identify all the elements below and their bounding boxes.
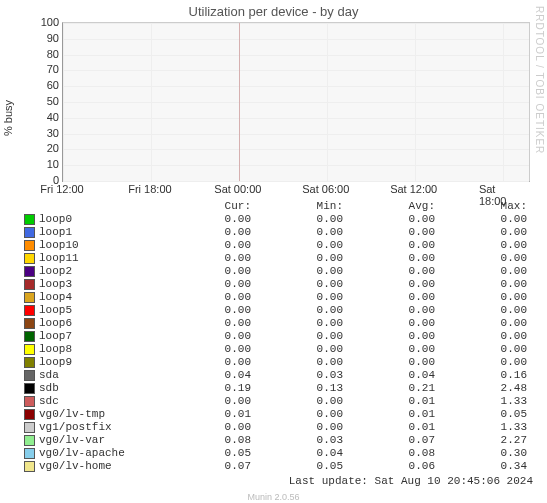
legend-max: 0.00 xyxy=(435,343,527,356)
legend-swatch-icon xyxy=(24,240,35,251)
y-tick: 30 xyxy=(19,127,59,139)
legend-max: 0.00 xyxy=(435,239,527,252)
x-tick: Fri 18:00 xyxy=(128,183,171,195)
legend-swatch-icon xyxy=(24,396,35,407)
legend-name: vg0/lv-tmp xyxy=(39,408,159,421)
legend-avg: 0.00 xyxy=(343,278,435,291)
legend-row: loop40.000.000.000.00 xyxy=(24,291,533,304)
legend-cur: 0.00 xyxy=(159,395,251,408)
legend-name: sda xyxy=(39,369,159,382)
legend-cur: 0.00 xyxy=(159,330,251,343)
legend-row: loop70.000.000.000.00 xyxy=(24,330,533,343)
y-tick: 100 xyxy=(19,16,59,28)
legend-row: vg0/lv-home0.070.050.060.34 xyxy=(24,460,533,473)
legend-avg: 0.01 xyxy=(343,421,435,434)
legend-name: loop3 xyxy=(39,278,159,291)
legend-avg: 0.00 xyxy=(343,291,435,304)
legend-swatch-icon xyxy=(24,318,35,329)
legend-swatch-icon xyxy=(24,292,35,303)
legend-min: 0.04 xyxy=(251,447,343,460)
legend-name: loop0 xyxy=(39,213,159,226)
legend-swatch-icon xyxy=(24,422,35,433)
legend-max: 0.00 xyxy=(435,330,527,343)
x-tick: Fri 12:00 xyxy=(40,183,83,195)
legend-name: loop7 xyxy=(39,330,159,343)
legend-max: 0.00 xyxy=(435,265,527,278)
legend-min: 0.00 xyxy=(251,395,343,408)
legend-row: vg0/lv-tmp0.010.000.010.05 xyxy=(24,408,533,421)
legend-avg: 0.08 xyxy=(343,447,435,460)
legend-max: 0.16 xyxy=(435,369,527,382)
y-tick: 40 xyxy=(19,111,59,123)
legend-cur: 0.00 xyxy=(159,304,251,317)
legend-max: 0.00 xyxy=(435,226,527,239)
y-tick: 60 xyxy=(19,79,59,91)
legend-row: loop80.000.000.000.00 xyxy=(24,343,533,356)
legend-cur: 0.00 xyxy=(159,278,251,291)
legend-avg: 0.00 xyxy=(343,343,435,356)
legend-max: 0.00 xyxy=(435,304,527,317)
legend-max: 1.33 xyxy=(435,395,527,408)
legend-avg: 0.00 xyxy=(343,252,435,265)
legend-avg: 0.01 xyxy=(343,408,435,421)
legend-avg: 0.06 xyxy=(343,460,435,473)
legend-avg: 0.01 xyxy=(343,395,435,408)
legend-max: 0.05 xyxy=(435,408,527,421)
legend-cur: 0.00 xyxy=(159,226,251,239)
plot-area xyxy=(62,22,530,182)
legend-name: loop11 xyxy=(39,252,159,265)
legend-min: 0.00 xyxy=(251,421,343,434)
legend-cur: 0.00 xyxy=(159,421,251,434)
legend-swatch-icon xyxy=(24,461,35,472)
legend-avg: 0.00 xyxy=(343,213,435,226)
legend-min: 0.00 xyxy=(251,317,343,330)
legend-row: loop00.000.000.000.00 xyxy=(24,213,533,226)
legend-name: vg0/lv-home xyxy=(39,460,159,473)
legend-cur: 0.07 xyxy=(159,460,251,473)
legend-name: vg0/lv-var xyxy=(39,434,159,447)
legend-row: loop100.000.000.000.00 xyxy=(24,239,533,252)
legend-name: loop6 xyxy=(39,317,159,330)
legend: Cur: Min: Avg: Max: loop00.000.000.000.0… xyxy=(24,200,533,473)
legend-cur: 0.01 xyxy=(159,408,251,421)
legend-min: 0.00 xyxy=(251,252,343,265)
legend-max: 0.00 xyxy=(435,213,527,226)
legend-name: vg1/postfix xyxy=(39,421,159,434)
chart-title: Utilization per device - by day xyxy=(0,0,547,19)
legend-min: 0.00 xyxy=(251,304,343,317)
legend-cur: 0.00 xyxy=(159,291,251,304)
legend-min: 0.03 xyxy=(251,369,343,382)
legend-max: 2.27 xyxy=(435,434,527,447)
legend-name: sdc xyxy=(39,395,159,408)
legend-max: 2.48 xyxy=(435,382,527,395)
legend-swatch-icon xyxy=(24,344,35,355)
legend-swatch-icon xyxy=(24,331,35,342)
legend-name: loop5 xyxy=(39,304,159,317)
legend-name: sdb xyxy=(39,382,159,395)
legend-cur: 0.00 xyxy=(159,317,251,330)
legend-header: Cur: Min: Avg: Max: xyxy=(24,200,533,213)
legend-row: loop110.000.000.000.00 xyxy=(24,252,533,265)
legend-max: 0.00 xyxy=(435,317,527,330)
rrdtool-watermark: RRDTOOL / TOBI OETIKER xyxy=(534,6,545,154)
legend-name: loop10 xyxy=(39,239,159,252)
legend-cur: 0.00 xyxy=(159,343,251,356)
y-tick: 20 xyxy=(19,142,59,154)
legend-avg: 0.00 xyxy=(343,265,435,278)
x-tick: Sat 06:00 xyxy=(302,183,349,195)
legend-swatch-icon xyxy=(24,370,35,381)
legend-max: 0.00 xyxy=(435,278,527,291)
legend-max: 0.30 xyxy=(435,447,527,460)
legend-min: 0.00 xyxy=(251,265,343,278)
legend-row: sdc0.000.000.011.33 xyxy=(24,395,533,408)
munin-brand: Munin 2.0.56 xyxy=(0,492,547,502)
legend-max: 0.00 xyxy=(435,291,527,304)
y-tick: 70 xyxy=(19,63,59,75)
legend-cur: 0.00 xyxy=(159,213,251,226)
y-tick: 10 xyxy=(19,158,59,170)
legend-cur: 0.00 xyxy=(159,356,251,369)
last-update: Last update: Sat Aug 10 20:45:06 2024 xyxy=(289,475,533,487)
y-axis-label: % busy xyxy=(2,100,14,136)
legend-row: loop60.000.000.000.00 xyxy=(24,317,533,330)
legend-min: 0.05 xyxy=(251,460,343,473)
